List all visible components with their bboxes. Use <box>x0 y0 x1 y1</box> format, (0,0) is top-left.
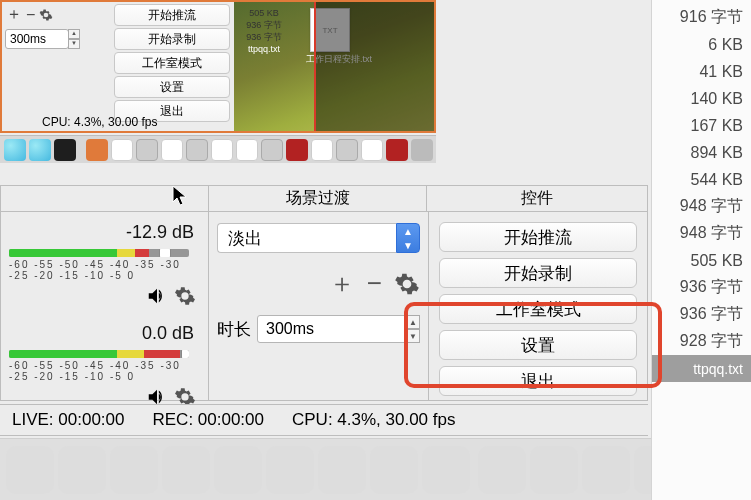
dock-icon-filezilla[interactable] <box>286 139 308 161</box>
dock-icon-folder[interactable] <box>478 446 526 494</box>
finder-size-column: 916 字节 6 KB 41 KB 140 KB 167 KB 894 KB 5… <box>651 0 751 500</box>
embed-duration-input[interactable]: 300ms <box>5 29 69 49</box>
db-label: 0.0 dB <box>9 323 200 344</box>
controls-header: 控件 <box>427 186 647 211</box>
dock-icon[interactable] <box>261 139 283 161</box>
embed-studio-mode-button[interactable]: 工作室模式 <box>114 52 230 74</box>
embed-remove-icon[interactable]: − <box>26 6 35 24</box>
embed-start-stream-button[interactable]: 开始推流 <box>114 4 230 26</box>
studio-mode-button[interactable]: 工作室模式 <box>439 294 637 324</box>
dock-icon[interactable] <box>211 139 233 161</box>
transition-settings-gear-icon[interactable] <box>394 271 420 297</box>
embed-preview-dark-panel <box>314 2 434 131</box>
dropdown-arrows-icon[interactable]: ▲▼ <box>396 223 420 253</box>
dock-icon[interactable] <box>311 139 333 161</box>
transitions-column: 淡出 ▲▼ ＋ − 时长 300ms ▲▼ <box>209 212 429 400</box>
embed-file-meta: 936 字节 <box>240 20 288 31</box>
channel-settings-gear-icon[interactable] <box>174 285 196 307</box>
dock-icon-obs[interactable] <box>54 139 76 161</box>
mute-icon[interactable] <box>146 285 168 307</box>
size-cell[interactable]: 928 字节 <box>652 328 751 355</box>
dock-icon-qq[interactable] <box>58 446 106 494</box>
vu-meter <box>9 249 189 257</box>
embed-desktop-wallpaper: 505 KB 936 字节 936 字节 ttpqq.txt TXT 工作日程安… <box>234 2 434 131</box>
dock-icon[interactable] <box>111 139 133 161</box>
size-cell[interactable]: 936 字节 <box>652 274 751 301</box>
dock-separator <box>79 139 83 161</box>
dock-icon[interactable] <box>4 139 26 161</box>
remove-transition-icon[interactable]: − <box>367 268 382 299</box>
dock-icon[interactable] <box>136 139 158 161</box>
meter-ticks: -60 -55 -50 -45 -40 -35 -30 -25 -20 -15 … <box>9 259 200 281</box>
embed-start-record-button[interactable]: 开始录制 <box>114 28 230 50</box>
dock-icon[interactable] <box>386 139 408 161</box>
obs-lower-panel: 场景过渡 控件 -12.9 dB -60 -55 -50 -45 -40 -35… <box>0 185 648 401</box>
dock-icon[interactable] <box>186 139 208 161</box>
dock-icon[interactable] <box>161 139 183 161</box>
dock-icon-obs[interactable] <box>422 446 470 494</box>
size-cell[interactable]: 936 字节 <box>652 301 751 328</box>
volume-slider-knob[interactable] <box>159 249 171 257</box>
embed-file-meta: 936 字节 <box>240 32 288 43</box>
settings-button[interactable]: 设置 <box>439 330 637 360</box>
exit-button[interactable]: 退出 <box>439 366 637 396</box>
audio-mixer: -12.9 dB -60 -55 -50 -45 -40 -35 -30 -25… <box>1 212 209 400</box>
rec-time: REC: 00:00:00 <box>152 410 264 430</box>
size-cell[interactable]: 140 KB <box>652 85 751 112</box>
embed-add-icon[interactable]: ＋ <box>6 4 22 25</box>
size-cell[interactable]: 948 字节 <box>652 220 751 247</box>
mixer-channel-2: 0.0 dB -60 -55 -50 -45 -40 -35 -30 -25 -… <box>9 323 200 382</box>
dock-icon-qqwallet[interactable] <box>530 446 578 494</box>
dock-icon-app[interactable] <box>370 446 418 494</box>
dock-icon-trash[interactable] <box>411 139 433 161</box>
dock-icon-finder[interactable] <box>6 446 54 494</box>
size-cell[interactable]: 948 字节 <box>652 193 751 220</box>
macos-dock <box>0 438 751 500</box>
size-cell[interactable]: 894 KB <box>652 139 751 166</box>
add-transition-icon[interactable]: ＋ <box>329 266 355 301</box>
dock-icon[interactable] <box>29 139 51 161</box>
dock-icon-app[interactable] <box>266 446 314 494</box>
live-time: LIVE: 00:00:00 <box>12 410 124 430</box>
size-cell[interactable]: 916 字节 <box>652 4 751 31</box>
embed-settings-button[interactable]: 设置 <box>114 76 230 98</box>
dock-icon-excel[interactable] <box>162 446 210 494</box>
size-cell[interactable]: 505 KB <box>652 247 751 274</box>
vu-meter <box>9 350 189 358</box>
mixer-header <box>1 186 209 211</box>
size-cell[interactable]: 167 KB <box>652 112 751 139</box>
transitions-header: 场景过渡 <box>209 186 427 211</box>
transition-dropdown[interactable]: 淡出 ▲▼ <box>217 222 420 254</box>
duration-label: 时长 <box>217 318 251 341</box>
dock-icon[interactable] <box>361 139 383 161</box>
embed-duration-spinner[interactable]: ▲▼ <box>68 29 80 49</box>
start-record-button[interactable]: 开始录制 <box>439 258 637 288</box>
embed-file-meta: 505 KB <box>240 8 288 19</box>
size-cell[interactable]: 41 KB <box>652 58 751 85</box>
mixer-channel-1: -12.9 dB -60 -55 -50 -45 -40 -35 -30 -25… <box>9 222 200 281</box>
controls-column: 开始推流 开始录制 工作室模式 设置 退出 <box>429 212 647 400</box>
dock-icon[interactable] <box>336 139 358 161</box>
nested-obs-window: ＋ − 300ms ▲▼ 开始推流 开始录制 工作室模式 设置 退出 CPU: … <box>0 0 436 133</box>
selected-file-row[interactable]: ttpqq.txt <box>652 355 751 382</box>
dock-icon-music[interactable] <box>110 446 158 494</box>
dock-icon[interactable] <box>236 139 258 161</box>
cpu-status: CPU: 4.3%, 30.00 fps <box>292 410 455 430</box>
meter-ticks: -60 -55 -50 -45 -40 -35 -30 -25 -20 -15 … <box>9 360 200 382</box>
embed-cpu-status: CPU: 4.3%, 30.00 fps <box>42 115 157 129</box>
dock-icon-safari[interactable] <box>318 446 366 494</box>
start-stream-button[interactable]: 开始推流 <box>439 222 637 252</box>
dock-window-thumb[interactable] <box>582 446 630 494</box>
dock-icon-notes[interactable] <box>214 446 262 494</box>
status-bar: LIVE: 00:00:00 REC: 00:00:00 CPU: 4.3%, … <box>0 404 648 436</box>
db-label: -12.9 dB <box>9 222 200 243</box>
duration-spinner[interactable]: ▲▼ <box>406 315 420 343</box>
size-cell[interactable]: 6 KB <box>652 31 751 58</box>
transition-duration-input[interactable]: 300ms <box>257 315 407 343</box>
embed-dock <box>0 135 436 163</box>
volume-slider-knob[interactable] <box>181 350 189 358</box>
dock-icon[interactable] <box>86 139 108 161</box>
size-cell[interactable]: 544 KB <box>652 166 751 193</box>
embed-gear-icon[interactable] <box>39 8 53 22</box>
embed-file-name: ttpqq.txt <box>240 44 288 55</box>
